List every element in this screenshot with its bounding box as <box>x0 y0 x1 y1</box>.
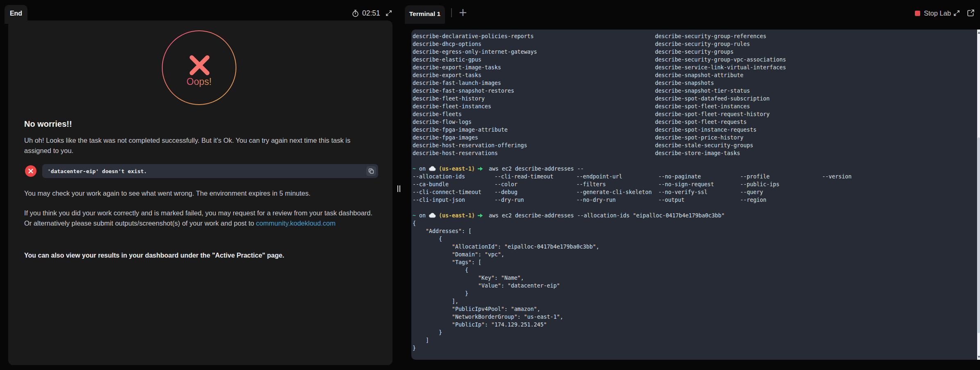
open-in-new-icon <box>966 9 975 17</box>
failure-x-icon <box>189 55 210 75</box>
timer-value: 02:51 <box>362 9 380 18</box>
stop-lab-label: Stop Lab <box>924 9 951 17</box>
results-panel: Oops! No worries!! Uh oh! Looks like the… <box>8 21 392 365</box>
new-terminal-button[interactable]: + <box>458 7 468 19</box>
cloud-icon <box>429 165 439 172</box>
stop-square-icon <box>915 11 920 16</box>
review-note-line2: Or alternatively please submit outputs/s… <box>24 218 372 228</box>
session-timer: 02:51 <box>352 8 380 18</box>
expand-left-pane-button[interactable] <box>385 9 393 17</box>
terminal-json-output: { "Addresses": [ { "AllocationId": "eipa… <box>413 219 851 352</box>
dashboard-note: You can also view your results in your d… <box>24 250 284 260</box>
expand-terminal-button[interactable] <box>953 9 961 17</box>
stopwatch-icon <box>352 9 359 17</box>
terminal-prompt-2: ~ on (us-east-1) aws ec2 describe-addres… <box>413 212 851 219</box>
scroll-down-arrow-icon[interactable]: ▼ <box>977 354 980 360</box>
copy-error-button[interactable] <box>366 166 376 176</box>
terminal-completion-list: describe-declarative-policies-reports de… <box>413 32 851 157</box>
terminal-scrollbar-thumb[interactable] <box>978 137 980 333</box>
pane-resize-handle[interactable] <box>397 185 400 192</box>
cloud-icon <box>429 212 439 219</box>
error-badge <box>25 165 36 177</box>
page-title: No worries!! <box>24 119 72 129</box>
expand-icon <box>953 9 961 17</box>
error-message: 'datacenter-eip' doesn't exist. <box>48 168 147 174</box>
open-in-new-window-button[interactable] <box>966 9 975 17</box>
terminal-viewport[interactable]: describe-declarative-policies-reports de… <box>411 30 977 360</box>
oops-badge: Oops! <box>162 30 236 105</box>
recheck-note: You may check your work again to see wha… <box>24 188 311 199</box>
error-message-box: 'datacenter-eip' doesn't exist. <box>42 164 378 178</box>
x-circle-icon <box>25 165 36 177</box>
failure-description-line2: assigned to you. <box>24 146 350 156</box>
terminal-tab[interactable]: Terminal 1 <box>405 5 445 24</box>
stop-lab-button[interactable]: Stop Lab <box>915 8 951 18</box>
review-note-line1: If you think you did your work correctly… <box>24 208 372 218</box>
review-note: If you think you did your work correctly… <box>24 208 372 228</box>
failure-description: Uh oh! Looks like the task was not compl… <box>24 135 350 156</box>
scroll-up-arrow-icon[interactable]: ▲ <box>977 30 980 35</box>
copy-icon <box>368 168 374 174</box>
failure-description-line1: Uh oh! Looks like the task was not compl… <box>24 135 350 146</box>
terminal-options-grid: --allocation-ids --cli-read-timeout --en… <box>413 173 851 204</box>
error-alert: 'datacenter-eip' doesn't exist. <box>25 164 378 178</box>
terminal-prompt-1: ~ on (us-east-1) aws ec2 describe-addres… <box>413 165 851 173</box>
end-tab-label: End <box>10 10 22 17</box>
terminal-tab-label: Terminal 1 <box>409 10 440 18</box>
terminal-scrollbar[interactable]: ▲ ▼ <box>977 30 980 360</box>
expand-icon <box>385 9 393 17</box>
oops-label: Oops! <box>163 76 236 87</box>
community-link[interactable]: community.kodekloud.com <box>256 219 336 227</box>
tab-separator <box>451 8 452 17</box>
